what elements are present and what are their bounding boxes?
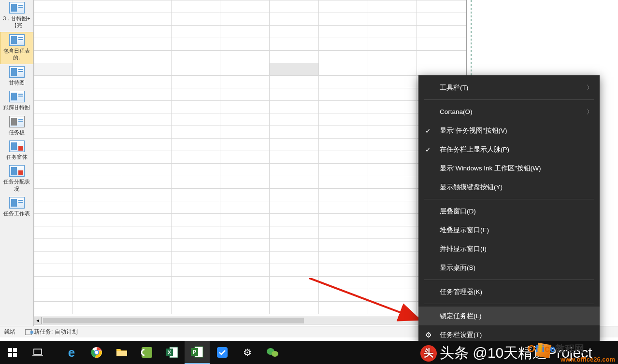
menu-separator [424, 280, 594, 280]
watermark-office-logo: Office教程网 [528, 342, 584, 355]
menu-label: 在任务栏上显示人脉(P) [440, 145, 509, 154]
svg-rect-10 [116, 351, 127, 356]
form-icon [9, 140, 25, 152]
taskview-button[interactable] [25, 341, 50, 364]
view-item-gantt[interactable]: 甘特图 [0, 64, 33, 89]
chevron-right-icon: 〉 [587, 84, 593, 92]
menu-label: 任务管理器(K) [440, 288, 482, 296]
usage-icon [9, 165, 25, 177]
svg-text:P: P [193, 349, 196, 355]
camtasia-button[interactable] [134, 341, 159, 364]
menu-item-task-manager[interactable]: 任务管理器(K) [418, 282, 600, 301]
menu-item-show-ink[interactable]: 显示"Windows Ink 工作区"按钮(W) [418, 159, 600, 178]
svg-rect-11 [142, 347, 152, 358]
explorer-button[interactable] [109, 341, 134, 364]
svg-point-20 [272, 351, 278, 357]
menu-label: 显示"任务视图"按钮(V) [440, 126, 507, 135]
menu-item-show-desktop[interactable]: 显示桌面(S) [418, 258, 600, 277]
menu-item-show-people[interactable]: ✓ 在任务栏上显示人脉(P) [418, 140, 600, 159]
menu-item-show-touch-keyboard[interactable]: 显示触摸键盘按钮(Y) [418, 178, 600, 196]
menu-item-show-taskview[interactable]: ✓ 显示"任务视图"按钮(V) [418, 121, 600, 140]
taskview-icon [32, 349, 43, 356]
edge-button[interactable]: e [59, 341, 84, 364]
scroll-track[interactable] [42, 317, 459, 324]
menu-label: 层叠窗口(D) [440, 207, 476, 216]
menu-label: Cortana(O) [440, 108, 473, 115]
svg-rect-4 [13, 353, 17, 357]
gantt-icon [9, 2, 25, 14]
task-grid[interactable] [34, 0, 466, 316]
selected-cell[interactable] [270, 63, 319, 76]
board-icon [9, 116, 25, 127]
pane-split [467, 63, 618, 63]
gantt-icon [9, 34, 25, 46]
view-label: 任务分配状况 [1, 178, 32, 192]
menu-separator [424, 99, 594, 100]
menu-label: 并排显示窗口(I) [440, 245, 487, 253]
svg-text:X: X [168, 350, 172, 355]
menu-label: 工具栏(T) [440, 84, 468, 92]
view-label: 甘特图 [9, 79, 25, 86]
chrome-icon [91, 347, 102, 358]
app-icon [217, 347, 228, 358]
status-ready: 就绪 [4, 328, 15, 336]
menu-label: 锁定任务栏(L) [440, 312, 482, 321]
svg-rect-3 [8, 353, 12, 357]
svg-rect-1 [8, 348, 12, 352]
status-new-task-label: 新任务: 自动计划 [34, 328, 78, 336]
view-item-gantt-with-timeline[interactable]: 包含日程表的. [0, 32, 33, 65]
project-button[interactable]: P [185, 341, 210, 364]
excel-button[interactable]: X [159, 341, 185, 364]
view-item-task-board[interactable]: 任务板 [0, 114, 33, 139]
menu-item-cascade[interactable]: 层叠窗口(D) [418, 202, 600, 221]
wechat-button[interactable] [260, 341, 285, 364]
svg-point-9 [95, 351, 99, 354]
menu-item-side-by-side[interactable]: 并排显示窗口(I) [418, 239, 600, 258]
menu-item-cortana[interactable]: Cortana(O) 〉 [418, 102, 600, 121]
view-label: 包含日程表的. [1, 47, 32, 61]
gear-icon: ⚙ [425, 331, 431, 339]
menu-label: 显示触摸键盘按钮(Y) [440, 183, 503, 192]
menu-label: 堆叠显示窗口(E) [440, 226, 489, 235]
view-label: 跟踪甘特图 [3, 104, 30, 111]
folder-icon [116, 348, 128, 357]
windows-icon [8, 348, 17, 357]
camtasia-icon [141, 347, 153, 358]
view-item-task-sheet[interactable]: 任务工作表 [0, 195, 33, 220]
status-new-task: 新任务: 自动计划 [25, 328, 78, 336]
view-item-gantt-complete[interactable]: 3．甘特图+【完 [0, 0, 33, 32]
start-button[interactable] [0, 341, 25, 364]
view-item-tracking-gantt[interactable]: 跟踪甘特图 [0, 89, 33, 113]
horizontal-scrollbar[interactable]: ◄ ► [34, 316, 466, 325]
scroll-left-button[interactable]: ◄ [34, 317, 42, 324]
menu-item-lock-taskbar[interactable]: 锁定任务栏(L) [418, 307, 600, 325]
menu-separator [424, 304, 594, 304]
gantt-icon [9, 66, 25, 78]
menu-item-toolbars[interactable]: 工具栏(T) 〉 [418, 78, 600, 97]
view-label: 任务窗体 [6, 154, 28, 160]
blue-app-button[interactable] [210, 341, 235, 364]
excel-icon: X [166, 347, 178, 358]
scroll-thumb[interactable] [43, 318, 304, 323]
newtask-icon [25, 329, 32, 335]
menu-label: 任务栏设置(T) [440, 331, 482, 339]
menu-label: 显示"Windows Ink 工作区"按钮(W) [440, 164, 541, 173]
view-label: 3．甘特图+【完 [1, 15, 32, 29]
menu-label: 显示桌面(S) [440, 264, 475, 272]
svg-rect-2 [13, 348, 17, 352]
project-icon: P [191, 346, 203, 358]
view-label: 任务工作表 [3, 210, 30, 217]
gantt-icon [9, 91, 25, 102]
windows-taskbar[interactable]: e X P [0, 341, 618, 364]
menu-separator [424, 199, 594, 199]
view-item-task-usage[interactable]: 任务分配状况 [0, 163, 33, 195]
settings-button[interactable]: ⚙ [235, 341, 260, 364]
taskbar-context-menu: 工具栏(T) 〉 Cortana(O) 〉 ✓ 显示"任务视图"按钮(V) ✓ … [418, 75, 600, 347]
menu-item-stack[interactable]: 堆叠显示窗口(E) [418, 221, 600, 239]
sheet-table [34, 0, 466, 314]
view-label: 任务板 [9, 129, 25, 136]
wechat-icon [266, 347, 279, 358]
view-item-task-form[interactable]: 任务窗体 [0, 139, 33, 163]
sheet-icon [9, 197, 25, 209]
chrome-button[interactable] [84, 341, 109, 364]
